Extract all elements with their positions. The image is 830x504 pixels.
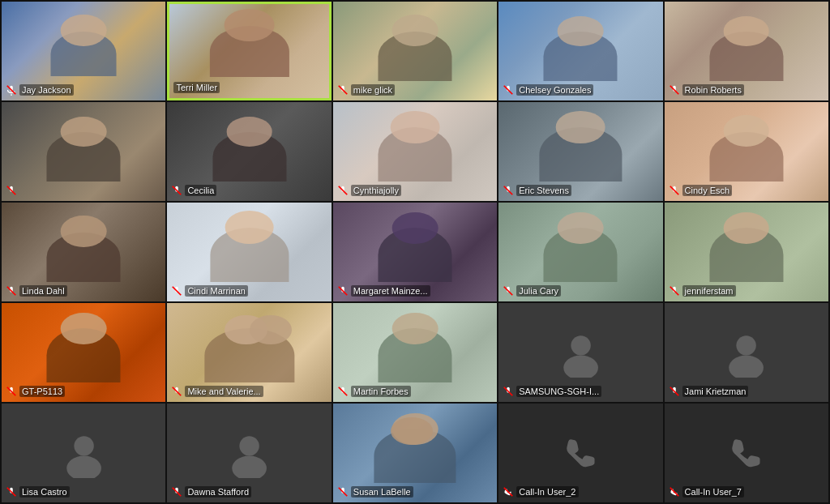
participant-name: Martin Forbes: [351, 386, 411, 397]
mute-indicator: [6, 84, 17, 96]
participant-name: Robin Roberts: [682, 84, 744, 96]
mute-indicator: [171, 185, 182, 196]
participant-cell[interactable]: Linda Dahl: [2, 203, 165, 301]
participant-cell[interactable]: [2, 102, 165, 201]
participant-cell[interactable]: jenniferstam: [665, 203, 828, 301]
svg-point-40: [737, 335, 756, 355]
svg-point-41: [729, 355, 764, 377]
participant-cell[interactable]: Susan LaBelle: [333, 404, 497, 502]
svg-point-36: [571, 335, 590, 355]
participant-cell[interactable]: mike glick: [333, 2, 497, 100]
mute-indicator: [171, 386, 182, 397]
participant-cell[interactable]: Jay Jackson: [2, 2, 165, 100]
participant-name: Jami Krietzman: [682, 386, 749, 397]
mute-indicator: [6, 486, 17, 498]
participant-cell[interactable]: GT-P5113: [2, 303, 165, 402]
mute-indicator: [6, 386, 17, 397]
participant-name: Call-In User_7: [682, 486, 744, 498]
mute-indicator: [669, 185, 680, 196]
participant-name: GT-P5113: [19, 386, 65, 397]
participant-name: Susan LaBelle: [351, 486, 413, 498]
participant-name: Jay Jackson: [19, 84, 74, 96]
mute-indicator: [6, 285, 17, 297]
participant-cell[interactable]: Cindi Marrinan: [167, 203, 331, 301]
participant-cell[interactable]: Cecilia: [167, 102, 331, 201]
participant-cell[interactable]: Terri Miller: [167, 2, 331, 100]
participant-name: Cindi Marrinan: [185, 285, 248, 297]
participant-cell[interactable]: Chelsey Gonzales: [498, 2, 662, 100]
video-grid: Jay Jackson Terri Miller: [0, 0, 830, 504]
participant-name: SAMSUNG-SGH-I...: [516, 386, 601, 397]
svg-point-48: [239, 436, 259, 455]
mute-indicator: [503, 486, 514, 498]
participant-name: Julia Cary: [516, 285, 561, 297]
participant-cell[interactable]: Jami Krietzman: [665, 303, 828, 402]
participant-name: jenniferstam: [682, 285, 736, 297]
mute-indicator: [337, 285, 349, 297]
participant-name: Eric Stevens: [516, 185, 571, 196]
participant-cell[interactable]: Lisa Castro: [2, 404, 165, 502]
participant-cell[interactable]: Julia Cary: [498, 203, 662, 301]
participant-cell[interactable]: Eric Stevens: [498, 102, 662, 201]
svg-point-44: [74, 436, 93, 455]
mute-indicator: [669, 486, 680, 498]
participant-cell[interactable]: Dawna Stafford: [167, 404, 331, 502]
participant-cell[interactable]: Cindy Esch: [665, 102, 828, 201]
mute-indicator: [337, 386, 349, 397]
participant-name: Margaret Mainze...: [351, 285, 430, 297]
participant-cell[interactable]: Margaret Mainze...: [333, 203, 497, 301]
participant-cell[interactable]: Mike and Valerie...: [167, 303, 331, 402]
participant-cell[interactable]: Call-In User_7: [665, 404, 828, 502]
mute-indicator: [503, 285, 514, 297]
participant-name: Terri Miller: [173, 82, 220, 93]
participant-name: mike glick: [351, 84, 395, 96]
participant-cell[interactable]: Martin Forbes: [333, 303, 497, 402]
participant-name: Linda Dahl: [19, 285, 67, 297]
participant-name: Mike and Valerie...: [185, 386, 263, 397]
participant-name: Cecilia: [185, 185, 216, 196]
participant-cell[interactable]: Call-In User_2: [498, 404, 662, 502]
mute-indicator: [171, 486, 182, 498]
mute-indicator: [337, 84, 349, 96]
svg-point-37: [563, 355, 598, 377]
mute-indicator: [503, 185, 514, 196]
participant-cell[interactable]: SAMSUNG-SGH-I...: [498, 303, 662, 402]
participant-name: Dawna Stafford: [185, 486, 251, 498]
mute-indicator: [171, 285, 182, 297]
mute-indicator: [669, 84, 680, 96]
svg-point-45: [66, 455, 101, 477]
participant-name: Lisa Castro: [19, 486, 70, 498]
mute-indicator: [669, 285, 680, 297]
participant-name: Chelsey Gonzales: [516, 84, 593, 96]
participant-cell[interactable]: Cynthiajolly: [333, 102, 497, 201]
mute-indicator: [337, 185, 349, 196]
mute-indicator: [503, 386, 514, 397]
svg-point-49: [232, 455, 267, 477]
participant-name: Cindy Esch: [682, 185, 733, 196]
participant-name: Cynthiajolly: [351, 185, 401, 196]
participant-name: Call-In User_2: [516, 486, 578, 498]
mute-indicator: [503, 84, 514, 96]
mute-indicator: [6, 185, 17, 196]
mute-indicator: [337, 486, 349, 498]
mute-indicator: [669, 386, 680, 397]
participant-cell[interactable]: Robin Roberts: [665, 2, 828, 100]
